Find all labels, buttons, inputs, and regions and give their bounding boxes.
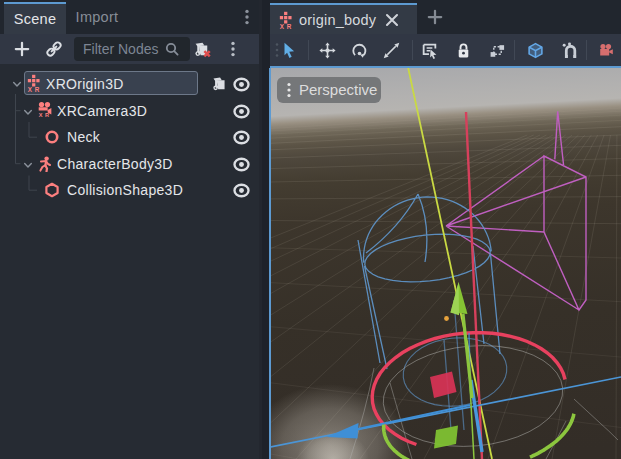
svg-text:X: X bbox=[39, 112, 43, 118]
svg-text:X: X bbox=[28, 86, 33, 93]
svg-text:R: R bbox=[35, 86, 40, 93]
svg-text:R: R bbox=[45, 112, 49, 118]
svg-text:R: R bbox=[287, 23, 292, 30]
svg-text:X: X bbox=[280, 23, 285, 30]
